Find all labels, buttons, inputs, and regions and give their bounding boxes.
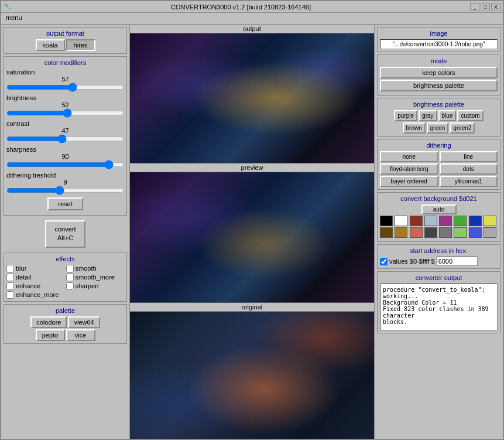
enhance-more-checkbox[interactable]	[6, 291, 14, 299]
color-swatches-container	[380, 216, 498, 238]
sharpen-checkbox-item[interactable]: sharpen	[66, 282, 125, 290]
titlebar-title: CONVERTRON3000 v1.2 [build 210823-164146…	[171, 4, 311, 11]
right-panel: image "...ds/convertron3000-1.2/robo.png…	[374, 25, 503, 440]
palette-title: palette	[6, 307, 124, 314]
dots-button[interactable]: dots	[440, 163, 498, 175]
auto-button[interactable]: auto	[421, 204, 457, 214]
start-address-section: start address in hex: values $0-$ffff $	[377, 244, 500, 269]
enhance-more-checkbox-item[interactable]: enhance_more	[6, 291, 65, 299]
color-swatch[interactable]	[424, 227, 437, 238]
brightness-slider[interactable]	[6, 108, 124, 118]
detail-checkbox[interactable]	[6, 274, 14, 281]
view64-button[interactable]: view64	[68, 316, 100, 328]
brown-button[interactable]: brown	[403, 122, 426, 134]
color-swatch[interactable]	[439, 227, 452, 238]
contrast-slider[interactable]	[6, 134, 124, 144]
smooth-checkbox[interactable]	[66, 265, 74, 272]
sharpen-checkbox[interactable]	[66, 282, 74, 290]
enhance-checkbox-item[interactable]: enhance	[6, 282, 65, 290]
keep-colors-button[interactable]: keep colors	[380, 67, 498, 79]
vice-button[interactable]: vice	[66, 329, 95, 341]
color-swatch[interactable]	[424, 216, 437, 226]
color-swatch[interactable]	[454, 227, 467, 238]
start-address-checkbox[interactable]	[380, 258, 388, 265]
saturation-slider[interactable]	[6, 83, 124, 92]
close-button[interactable]: X	[491, 3, 500, 11]
ylliuomas1-button[interactable]: ylliuomas1	[440, 176, 498, 187]
image-section: image "...ds/convertron3000-1.2/robo.png…	[377, 27, 500, 52]
converter-output-section: converter output procedure "convert_to_k…	[377, 271, 500, 333]
brightness-palette-button[interactable]: brightness palette	[380, 80, 498, 91]
converter-output-title: converter output	[380, 274, 498, 281]
image-title: image	[380, 30, 498, 37]
color-swatch[interactable]	[439, 216, 452, 226]
palette-buttons-row2: pepto vice	[6, 329, 124, 341]
effects-title: effects	[6, 255, 124, 262]
preview-image	[130, 172, 374, 302]
color-swatch[interactable]	[380, 227, 393, 238]
contrast-value: 47	[6, 127, 124, 134]
output-format-buttons: koala hires	[6, 39, 124, 51]
menubar: menu	[1, 13, 503, 25]
start-address-row: values $0-$ffff $	[380, 257, 498, 266]
bayer-ordered-button[interactable]: bayer ordered	[380, 176, 438, 187]
smooth-more-checkbox[interactable]	[66, 274, 74, 281]
color-swatch[interactable]	[410, 227, 423, 238]
line-button[interactable]: line	[440, 151, 498, 162]
detail-checkbox-item[interactable]: detail	[6, 274, 65, 281]
hex-input[interactable]	[437, 257, 478, 266]
start-address-title: start address in hex:	[380, 247, 498, 254]
color-swatch[interactable]	[469, 227, 482, 238]
smooth-checkbox-item[interactable]: smooth	[66, 265, 125, 272]
center-panel: output preview original	[130, 25, 374, 440]
blur-checkbox-item[interactable]: blur	[6, 265, 65, 272]
gray-button[interactable]: gray	[419, 110, 437, 121]
floyd-steinberg-button[interactable]: floyd-steinberg	[380, 163, 438, 175]
color-swatch[interactable]	[484, 227, 496, 238]
reset-button[interactable]: reset	[47, 197, 83, 210]
enhance-checkbox[interactable]	[6, 282, 14, 290]
dithering-treshold-slider[interactable]	[6, 186, 124, 195]
color-swatch[interactable]	[395, 227, 407, 238]
original-label: original	[130, 303, 374, 312]
convert-background-title: convert background $d021	[380, 195, 498, 202]
color-swatch[interactable]	[380, 216, 393, 226]
sharpness-slider[interactable]	[6, 160, 124, 169]
purple-button[interactable]: purple	[394, 110, 417, 121]
green-button[interactable]: green	[427, 122, 449, 134]
convert-button[interactable]: convert Alt+C	[45, 220, 85, 248]
dithering-title: dithering	[380, 142, 498, 149]
output-section: output	[130, 25, 374, 163]
color-swatch[interactable]	[454, 216, 467, 226]
preview-image-container	[130, 172, 374, 302]
sharpness-row: sharpness 90	[6, 146, 124, 169]
koala-button[interactable]: koala	[36, 39, 65, 51]
maximize-button[interactable]: □	[481, 3, 490, 11]
hex-prefix: $	[431, 258, 435, 265]
palette-buttons-row1: colodore view64	[6, 316, 124, 328]
original-image	[130, 312, 374, 440]
contrast-label: contrast	[6, 120, 124, 127]
minimize-button[interactable]: _	[470, 3, 479, 11]
blur-checkbox[interactable]	[6, 265, 14, 272]
none-button[interactable]: none	[380, 151, 438, 162]
colodore-button[interactable]: colodore	[30, 316, 67, 328]
dithering-treshold-label: dithering treshold	[6, 172, 124, 179]
menu-item[interactable]: menu	[4, 14, 25, 21]
color-swatch[interactable]	[484, 216, 496, 226]
green2-button[interactable]: green2	[450, 122, 475, 134]
brightness-palette-section: brightness palette purple gray blue cust…	[377, 98, 500, 137]
app-icon: 🔧	[4, 3, 12, 11]
blue-button[interactable]: blue	[438, 110, 457, 121]
custom-button[interactable]: custom	[457, 110, 483, 121]
color-swatch[interactable]	[469, 216, 482, 226]
smooth-more-checkbox-item[interactable]: smooth_more	[66, 274, 125, 281]
pepto-button[interactable]: pepto	[36, 329, 65, 341]
brightness-label: brightness	[6, 94, 124, 101]
color-swatch[interactable]	[410, 216, 423, 226]
output-format-section: output format koala hires	[4, 27, 127, 54]
hires-button[interactable]: hires	[66, 39, 95, 51]
dithering-grid: none line floyd-steinberg dots bayer ord…	[380, 151, 498, 187]
color-swatch[interactable]	[395, 216, 407, 226]
brightness-row: brightness 52	[6, 94, 124, 118]
